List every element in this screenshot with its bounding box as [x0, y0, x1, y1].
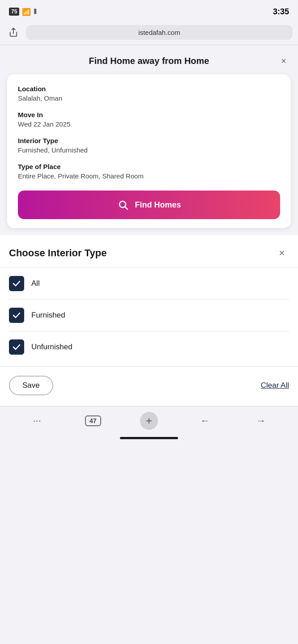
location-label: Location	[18, 85, 280, 93]
tab-count: 47	[85, 415, 101, 426]
url-bar[interactable]: istedafah.com	[26, 25, 293, 40]
panel-title: Choose Interior Type	[9, 247, 106, 259]
checkbox-list: All Furnished Unfurnished	[0, 268, 298, 363]
battery-icon: 75	[9, 8, 19, 16]
back-button[interactable]: ←	[194, 412, 216, 430]
location-field: Location Salalah, Oman	[18, 85, 280, 102]
tab-count-button[interactable]: 47	[82, 412, 104, 430]
forward-button[interactable]: →	[250, 412, 272, 430]
checkbox-item-furnished[interactable]: Furnished	[9, 300, 289, 331]
bottom-actions: Save Clear All	[0, 366, 298, 406]
checkbox-all[interactable]	[9, 276, 24, 291]
move-in-label: Move In	[18, 111, 280, 119]
save-button[interactable]: Save	[9, 376, 53, 395]
panel-close-button[interactable]: ×	[275, 246, 289, 260]
new-tab-button[interactable]: +	[138, 412, 160, 430]
find-homes-label: Find Homes	[135, 200, 181, 210]
home-indicator	[0, 433, 298, 442]
location-value: Salalah, Oman	[18, 94, 280, 102]
search-card: Location Salalah, Oman Move In Wed 22 Ja…	[7, 74, 291, 228]
checkbox-all-label: All	[31, 279, 40, 288]
interior-type-label: Interior Type	[18, 137, 280, 144]
checkbox-item-unfurnished[interactable]: Unfurnished	[9, 331, 289, 363]
type-of-place-field: Type of Place Entire Place, Private Room…	[18, 163, 280, 180]
checkbox-furnished[interactable]	[9, 308, 24, 323]
wifi-icon: 📶	[22, 8, 31, 16]
status-bar: 75 📶 ⦀ 3:35	[0, 0, 298, 21]
clock: 3:35	[273, 7, 289, 17]
type-of-place-label: Type of Place	[18, 163, 280, 170]
move-in-value: Wed 22 Jan 2025	[18, 120, 280, 128]
divider	[0, 45, 298, 45]
panel-header: Choose Interior Type ×	[0, 235, 298, 268]
interior-type-field: Interior Type Furnished, Unfurnished	[18, 137, 280, 154]
checkbox-unfurnished-label: Unfurnished	[31, 343, 72, 352]
checkbox-item-all[interactable]: All	[9, 268, 289, 300]
browser-bar: istedafah.com	[0, 21, 298, 43]
more-button[interactable]: ···	[26, 412, 48, 430]
home-bar	[120, 437, 178, 439]
header-close-button[interactable]: ×	[277, 54, 291, 68]
main-content: Find Home away from Home × Location Sala…	[0, 47, 298, 235]
find-homes-button[interactable]: Find Homes	[18, 191, 280, 219]
browser-nav: ··· 47 + ← →	[0, 406, 298, 433]
type-of-place-value: Entire Place, Private Room, Shared Room	[18, 172, 280, 180]
status-left: 75 📶 ⦀	[9, 8, 37, 16]
checkbox-unfurnished[interactable]	[9, 339, 24, 355]
bottom-panel: Choose Interior Type × All Furnished	[0, 235, 298, 406]
checkbox-furnished-label: Furnished	[31, 311, 65, 320]
svg-line-2	[125, 207, 128, 210]
share-button[interactable]	[5, 24, 21, 40]
move-in-field: Move In Wed 22 Jan 2025	[18, 111, 280, 128]
interior-type-value: Furnished, Unfurnished	[18, 146, 280, 154]
search-icon	[117, 199, 129, 211]
page-header: Find Home away from Home ×	[7, 56, 291, 66]
clear-all-button[interactable]: Clear All	[261, 381, 289, 390]
page-title: Find Home away from Home	[89, 56, 209, 66]
plus-icon: +	[140, 412, 158, 430]
signal-icon: ⦀	[34, 8, 37, 16]
